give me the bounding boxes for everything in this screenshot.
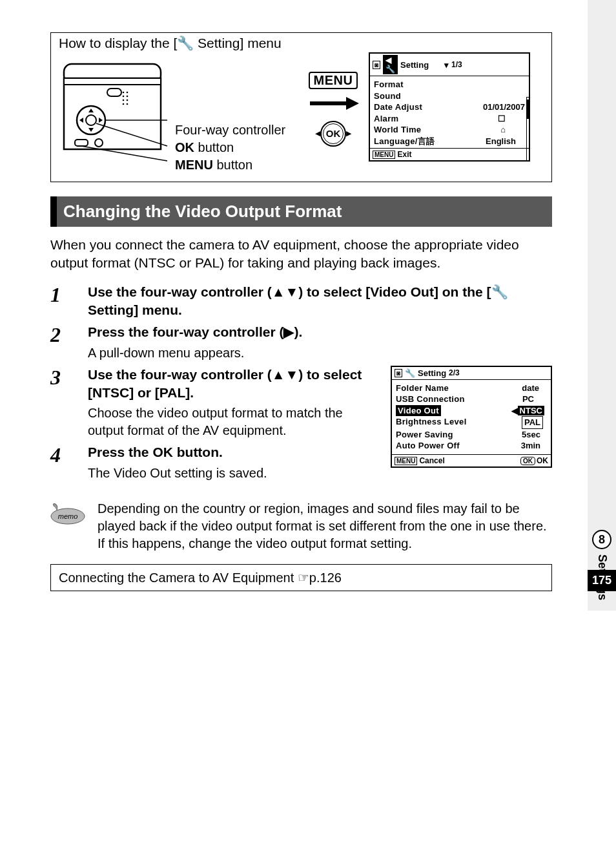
camera-labels: Four-way controller OK button MENU butto… xyxy=(175,52,298,175)
step-number: 1 xyxy=(50,283,72,307)
label-menu-button: MENU button xyxy=(175,158,298,173)
right-triangle-icon: ▶ xyxy=(346,129,351,137)
ok-mark-icon: OK xyxy=(520,457,535,465)
camera-mode-icon: ◙ xyxy=(373,61,380,69)
lcd-row-selected: Video Out◀NTSC xyxy=(396,405,547,417)
lcd-row: Brightness LevelPAL xyxy=(396,416,547,429)
svg-point-11 xyxy=(123,92,125,94)
step-title: Use the four-way controller (▲▼) to sele… xyxy=(88,366,380,403)
lcd1-page: 1/3 xyxy=(451,60,526,69)
label-ok-button: OK button xyxy=(175,140,298,155)
memo-box: memo Depending on the country or region,… xyxy=(50,500,552,552)
lcd-screen-2: ◙ 🔧 Setting 2/3 Folder Namedate USB Conn… xyxy=(391,366,552,468)
lcd-row: Power Saving5sec xyxy=(396,429,547,441)
camera-mode-icon: ◙ xyxy=(395,369,402,377)
tool-tab-icon: ◀🔧 xyxy=(383,55,398,74)
menu-ok-column: MENU ◀OK▶ xyxy=(304,52,362,147)
lcd-row: Folder Namedate xyxy=(396,383,547,394)
svg-text:memo: memo xyxy=(58,512,78,520)
step-1: 1 Use the four-way controller (▲▼) to se… xyxy=(50,283,552,320)
camera-diagram xyxy=(59,52,169,165)
memo-text: Depending on the country or region, imag… xyxy=(98,500,552,552)
svg-point-15 xyxy=(123,100,125,101)
chapter-number-badge: 8 xyxy=(592,530,611,549)
lcd2-footer: MENUCancel OKOK xyxy=(392,454,551,466)
tool-icon: 🔧 xyxy=(405,368,415,378)
lcd-row: USB ConnectionPC xyxy=(396,393,547,405)
step-number: 4 xyxy=(50,443,72,467)
lcd-row: World Time⌂ xyxy=(374,124,525,136)
lcd1-footer: MENUExit xyxy=(370,148,529,160)
step-number: 2 xyxy=(50,323,72,347)
svg-rect-3 xyxy=(107,89,121,96)
lcd-row: Language/言語English xyxy=(374,136,525,147)
menu-mark-icon: MENU xyxy=(373,151,395,159)
memo-icon: memo xyxy=(50,500,86,552)
step-title: Press the four-way controller (▶). xyxy=(88,323,552,341)
lcd2-page: 2/3 xyxy=(449,368,548,377)
intro-paragraph: When you connect the camera to AV equipm… xyxy=(50,236,552,273)
step-3: 3 Use the four-way controller (▲▼) to se… xyxy=(50,366,380,440)
step-subtext: Choose the video output format to match … xyxy=(88,404,380,439)
lcd2-header: ◙ 🔧 Setting 2/3 xyxy=(392,367,551,380)
svg-point-16 xyxy=(127,100,128,101)
lcd-row: Format xyxy=(374,79,525,90)
menu-button-icon: MENU xyxy=(309,72,358,89)
step-title: Use the four-way controller (▲▼) to sele… xyxy=(88,283,552,320)
step-subtext: The Video Out setting is saved. xyxy=(88,465,380,482)
lcd1-title: Setting xyxy=(400,60,429,70)
down-triangle-icon: ▾ xyxy=(444,60,449,70)
svg-point-5 xyxy=(86,115,96,125)
howto-display-box: How to display the [🔧 Setting] menu xyxy=(50,32,552,182)
label-fourway: Four-way controller xyxy=(175,123,298,138)
howto-title: How to display the [🔧 Setting] menu xyxy=(59,36,546,51)
step-4: 4 Press the OK button. The Video Out set… xyxy=(50,443,380,481)
step-number: 3 xyxy=(50,366,72,390)
reference-text: Connecting the Camera to AV Equipment ☞p… xyxy=(59,571,342,585)
svg-rect-6 xyxy=(75,140,88,146)
side-gutter xyxy=(588,0,616,611)
scrollbar-icon xyxy=(526,97,530,162)
step-subtext: A pull-down menu appears. xyxy=(88,344,552,362)
lcd-row: Sound xyxy=(374,90,525,102)
section-heading: Changing the Video Output Format xyxy=(50,196,552,227)
ok-button-icon: OK xyxy=(320,121,346,147)
reference-box: Connecting the Camera to AV Equipment ☞p… xyxy=(50,564,552,591)
step-2: 2 Press the four-way controller (▶). A p… xyxy=(50,323,552,361)
svg-point-17 xyxy=(123,103,125,105)
lcd-row: Date Adjust01/01/2007 xyxy=(374,101,525,113)
svg-point-12 xyxy=(127,92,128,94)
svg-rect-2 xyxy=(64,78,161,85)
lcd-screen-1: ◙ ◀🔧 Setting ▾ 1/3 Format Sound Date Adj… xyxy=(369,52,530,162)
lcd-row: Alarm☐ xyxy=(374,113,525,125)
page-number: 175 xyxy=(588,570,616,591)
svg-point-7 xyxy=(95,139,103,147)
arrow-right-icon xyxy=(304,96,362,114)
lcd-row: Auto Power Off3min xyxy=(396,440,547,452)
menu-mark-icon: MENU xyxy=(395,457,417,465)
left-triangle-icon: ◀ xyxy=(315,129,320,137)
svg-point-14 xyxy=(127,96,128,98)
step-title: Press the OK button. xyxy=(88,443,380,461)
lcd2-title: Setting xyxy=(418,368,446,378)
lcd1-header: ◙ ◀🔧 Setting ▾ 1/3 xyxy=(370,54,529,76)
svg-point-18 xyxy=(127,103,128,105)
svg-point-13 xyxy=(123,96,125,98)
